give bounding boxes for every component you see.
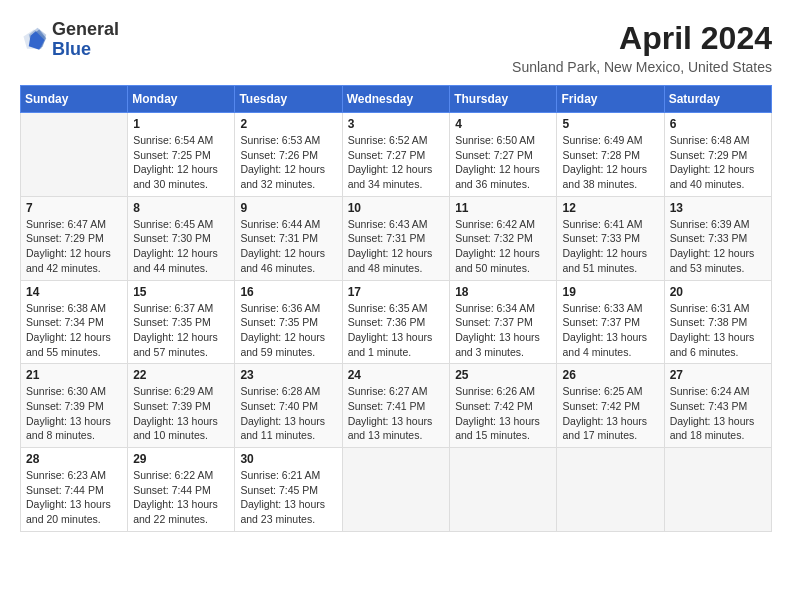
calendar-day-cell: 30 Sunrise: 6:21 AMSunset: 7:45 PMDaylig…	[235, 448, 342, 532]
day-info: Sunrise: 6:42 AMSunset: 7:32 PMDaylight:…	[455, 217, 551, 276]
calendar-day-cell	[450, 448, 557, 532]
weekday-header-monday: Monday	[128, 86, 235, 113]
day-info: Sunrise: 6:53 AMSunset: 7:26 PMDaylight:…	[240, 133, 336, 192]
day-number: 30	[240, 452, 336, 466]
logo: General Blue	[20, 20, 119, 60]
day-number: 26	[562, 368, 658, 382]
calendar-day-cell: 29 Sunrise: 6:22 AMSunset: 7:44 PMDaylig…	[128, 448, 235, 532]
day-info: Sunrise: 6:31 AMSunset: 7:38 PMDaylight:…	[670, 301, 766, 360]
location-subtitle: Sunland Park, New Mexico, United States	[512, 59, 772, 75]
calendar-day-cell: 9 Sunrise: 6:44 AMSunset: 7:31 PMDayligh…	[235, 196, 342, 280]
calendar-day-cell: 15 Sunrise: 6:37 AMSunset: 7:35 PMDaylig…	[128, 280, 235, 364]
calendar-week-row: 7 Sunrise: 6:47 AMSunset: 7:29 PMDayligh…	[21, 196, 772, 280]
day-info: Sunrise: 6:50 AMSunset: 7:27 PMDaylight:…	[455, 133, 551, 192]
day-number: 29	[133, 452, 229, 466]
calendar-day-cell: 13 Sunrise: 6:39 AMSunset: 7:33 PMDaylig…	[664, 196, 771, 280]
weekday-header-row: SundayMondayTuesdayWednesdayThursdayFrid…	[21, 86, 772, 113]
weekday-header-wednesday: Wednesday	[342, 86, 450, 113]
day-number: 2	[240, 117, 336, 131]
calendar-day-cell: 21 Sunrise: 6:30 AMSunset: 7:39 PMDaylig…	[21, 364, 128, 448]
day-number: 1	[133, 117, 229, 131]
calendar-week-row: 21 Sunrise: 6:30 AMSunset: 7:39 PMDaylig…	[21, 364, 772, 448]
calendar-day-cell: 18 Sunrise: 6:34 AMSunset: 7:37 PMDaylig…	[450, 280, 557, 364]
day-number: 4	[455, 117, 551, 131]
day-number: 25	[455, 368, 551, 382]
calendar-day-cell: 7 Sunrise: 6:47 AMSunset: 7:29 PMDayligh…	[21, 196, 128, 280]
day-number: 10	[348, 201, 445, 215]
day-number: 6	[670, 117, 766, 131]
day-number: 13	[670, 201, 766, 215]
calendar-day-cell: 24 Sunrise: 6:27 AMSunset: 7:41 PMDaylig…	[342, 364, 450, 448]
calendar-day-cell: 1 Sunrise: 6:54 AMSunset: 7:25 PMDayligh…	[128, 113, 235, 197]
day-number: 15	[133, 285, 229, 299]
calendar-table: SundayMondayTuesdayWednesdayThursdayFrid…	[20, 85, 772, 532]
day-info: Sunrise: 6:36 AMSunset: 7:35 PMDaylight:…	[240, 301, 336, 360]
calendar-day-cell: 28 Sunrise: 6:23 AMSunset: 7:44 PMDaylig…	[21, 448, 128, 532]
day-number: 3	[348, 117, 445, 131]
day-number: 9	[240, 201, 336, 215]
calendar-day-cell: 10 Sunrise: 6:43 AMSunset: 7:31 PMDaylig…	[342, 196, 450, 280]
day-info: Sunrise: 6:24 AMSunset: 7:43 PMDaylight:…	[670, 384, 766, 443]
calendar-day-cell	[664, 448, 771, 532]
day-info: Sunrise: 6:25 AMSunset: 7:42 PMDaylight:…	[562, 384, 658, 443]
day-info: Sunrise: 6:21 AMSunset: 7:45 PMDaylight:…	[240, 468, 336, 527]
day-number: 8	[133, 201, 229, 215]
day-info: Sunrise: 6:22 AMSunset: 7:44 PMDaylight:…	[133, 468, 229, 527]
calendar-day-cell: 6 Sunrise: 6:48 AMSunset: 7:29 PMDayligh…	[664, 113, 771, 197]
calendar-day-cell: 12 Sunrise: 6:41 AMSunset: 7:33 PMDaylig…	[557, 196, 664, 280]
day-number: 19	[562, 285, 658, 299]
day-number: 14	[26, 285, 122, 299]
calendar-day-cell: 14 Sunrise: 6:38 AMSunset: 7:34 PMDaylig…	[21, 280, 128, 364]
day-info: Sunrise: 6:45 AMSunset: 7:30 PMDaylight:…	[133, 217, 229, 276]
calendar-day-cell: 23 Sunrise: 6:28 AMSunset: 7:40 PMDaylig…	[235, 364, 342, 448]
day-number: 23	[240, 368, 336, 382]
weekday-header-friday: Friday	[557, 86, 664, 113]
day-info: Sunrise: 6:30 AMSunset: 7:39 PMDaylight:…	[26, 384, 122, 443]
page-header: General Blue April 2024 Sunland Park, Ne…	[20, 20, 772, 75]
general-blue-logo-icon	[20, 26, 48, 54]
day-number: 7	[26, 201, 122, 215]
calendar-week-row: 28 Sunrise: 6:23 AMSunset: 7:44 PMDaylig…	[21, 448, 772, 532]
day-number: 5	[562, 117, 658, 131]
calendar-day-cell: 11 Sunrise: 6:42 AMSunset: 7:32 PMDaylig…	[450, 196, 557, 280]
day-info: Sunrise: 6:54 AMSunset: 7:25 PMDaylight:…	[133, 133, 229, 192]
day-info: Sunrise: 6:43 AMSunset: 7:31 PMDaylight:…	[348, 217, 445, 276]
calendar-day-cell: 3 Sunrise: 6:52 AMSunset: 7:27 PMDayligh…	[342, 113, 450, 197]
day-number: 18	[455, 285, 551, 299]
calendar-day-cell: 25 Sunrise: 6:26 AMSunset: 7:42 PMDaylig…	[450, 364, 557, 448]
day-info: Sunrise: 6:47 AMSunset: 7:29 PMDaylight:…	[26, 217, 122, 276]
day-info: Sunrise: 6:39 AMSunset: 7:33 PMDaylight:…	[670, 217, 766, 276]
calendar-week-row: 1 Sunrise: 6:54 AMSunset: 7:25 PMDayligh…	[21, 113, 772, 197]
calendar-day-cell: 27 Sunrise: 6:24 AMSunset: 7:43 PMDaylig…	[664, 364, 771, 448]
calendar-day-cell: 16 Sunrise: 6:36 AMSunset: 7:35 PMDaylig…	[235, 280, 342, 364]
calendar-day-cell: 4 Sunrise: 6:50 AMSunset: 7:27 PMDayligh…	[450, 113, 557, 197]
day-info: Sunrise: 6:26 AMSunset: 7:42 PMDaylight:…	[455, 384, 551, 443]
day-info: Sunrise: 6:44 AMSunset: 7:31 PMDaylight:…	[240, 217, 336, 276]
calendar-day-cell: 22 Sunrise: 6:29 AMSunset: 7:39 PMDaylig…	[128, 364, 235, 448]
day-info: Sunrise: 6:33 AMSunset: 7:37 PMDaylight:…	[562, 301, 658, 360]
calendar-day-cell	[557, 448, 664, 532]
day-number: 21	[26, 368, 122, 382]
weekday-header-saturday: Saturday	[664, 86, 771, 113]
calendar-day-cell	[342, 448, 450, 532]
title-block: April 2024 Sunland Park, New Mexico, Uni…	[512, 20, 772, 75]
day-number: 27	[670, 368, 766, 382]
day-info: Sunrise: 6:41 AMSunset: 7:33 PMDaylight:…	[562, 217, 658, 276]
day-info: Sunrise: 6:27 AMSunset: 7:41 PMDaylight:…	[348, 384, 445, 443]
calendar-week-row: 14 Sunrise: 6:38 AMSunset: 7:34 PMDaylig…	[21, 280, 772, 364]
day-info: Sunrise: 6:23 AMSunset: 7:44 PMDaylight:…	[26, 468, 122, 527]
weekday-header-thursday: Thursday	[450, 86, 557, 113]
calendar-day-cell: 26 Sunrise: 6:25 AMSunset: 7:42 PMDaylig…	[557, 364, 664, 448]
day-number: 17	[348, 285, 445, 299]
day-number: 16	[240, 285, 336, 299]
day-info: Sunrise: 6:35 AMSunset: 7:36 PMDaylight:…	[348, 301, 445, 360]
calendar-day-cell: 19 Sunrise: 6:33 AMSunset: 7:37 PMDaylig…	[557, 280, 664, 364]
logo-blue-text: Blue	[52, 39, 91, 59]
day-number: 28	[26, 452, 122, 466]
day-info: Sunrise: 6:37 AMSunset: 7:35 PMDaylight:…	[133, 301, 229, 360]
weekday-header-sunday: Sunday	[21, 86, 128, 113]
day-info: Sunrise: 6:34 AMSunset: 7:37 PMDaylight:…	[455, 301, 551, 360]
day-number: 11	[455, 201, 551, 215]
calendar-day-cell: 5 Sunrise: 6:49 AMSunset: 7:28 PMDayligh…	[557, 113, 664, 197]
weekday-header-tuesday: Tuesday	[235, 86, 342, 113]
